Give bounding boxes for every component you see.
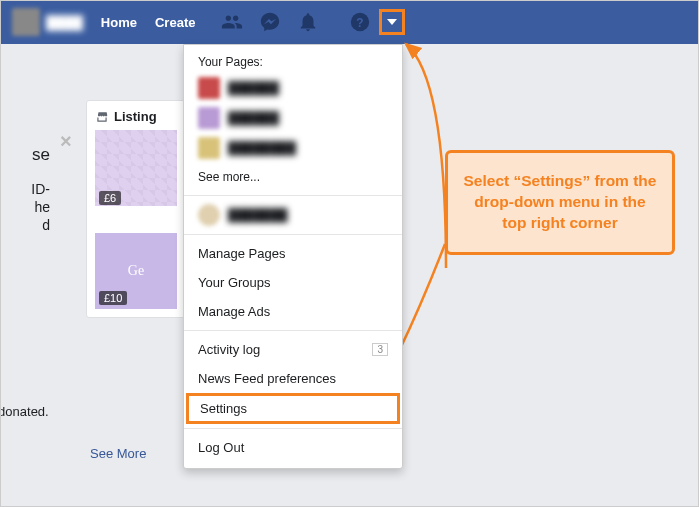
top-nav-bar: ████ Home Create ?: [0, 0, 699, 44]
manage-ads-item[interactable]: Manage Ads: [184, 297, 402, 326]
left-text-1: se: [0, 144, 50, 166]
activity-log-item[interactable]: Activity log 3: [184, 335, 402, 364]
left-text-3: he: [0, 198, 50, 216]
divider: [184, 234, 402, 235]
left-text-4: d: [0, 216, 50, 234]
storefront-icon: [95, 110, 109, 124]
chevron-down-icon: [387, 19, 397, 25]
home-link[interactable]: Home: [101, 15, 137, 30]
page-thumb-icon: [198, 107, 220, 129]
account-menu-caret[interactable]: [379, 9, 405, 35]
thumb2-label: Ge: [128, 263, 144, 279]
page-name-1: ██████: [228, 81, 279, 95]
avatar-icon: [198, 204, 220, 226]
divider: [184, 330, 402, 331]
see-more-link[interactable]: See More: [90, 446, 146, 461]
avatar[interactable]: [12, 8, 40, 36]
divider: [184, 195, 402, 196]
activity-count-badge: 3: [372, 343, 388, 356]
page-thumb-icon: [198, 77, 220, 99]
name-row-label: ███████: [228, 208, 288, 222]
svg-text:?: ?: [357, 16, 364, 30]
name-row[interactable]: ███████: [184, 200, 402, 230]
listing-label: Listing: [114, 109, 157, 124]
username-link[interactable]: ████: [46, 15, 83, 30]
manage-pages-item[interactable]: Manage Pages: [184, 239, 402, 268]
close-icon[interactable]: ×: [60, 130, 72, 153]
settings-item[interactable]: Settings: [186, 393, 400, 424]
create-link[interactable]: Create: [155, 15, 195, 30]
page-row-3[interactable]: ████████: [184, 133, 402, 163]
friends-icon[interactable]: [221, 11, 243, 33]
left-text-2: ID-: [0, 180, 50, 198]
price-badge-1: £6: [99, 191, 121, 205]
page-row-2[interactable]: ██████: [184, 103, 402, 133]
listing-thumb-2[interactable]: Ge £10: [95, 233, 177, 309]
page-name-2: ██████: [228, 111, 279, 125]
messenger-icon[interactable]: [259, 11, 281, 33]
notifications-icon[interactable]: [297, 11, 319, 33]
page-thumb-icon: [198, 137, 220, 159]
log-out-item[interactable]: Log Out: [184, 433, 402, 462]
divider: [184, 428, 402, 429]
cropped-left-text: se ID- he d: [0, 144, 50, 235]
donated-text: s donated.: [0, 404, 49, 419]
page-row-1[interactable]: ██████: [184, 73, 402, 103]
page-name-3: ████████: [228, 141, 296, 155]
instruction-callout: Select “Settings” from the drop-down men…: [445, 150, 675, 255]
account-dropdown: Your Pages: ██████ ██████ ████████ See m…: [183, 44, 403, 469]
listing-header: Listing: [95, 109, 177, 124]
price-badge-2: £10: [99, 291, 127, 305]
your-groups-item[interactable]: Your Groups: [184, 268, 402, 297]
activity-log-label: Activity log: [198, 342, 260, 357]
callout-text: Select “Settings” from the drop-down men…: [464, 172, 657, 231]
listing-card: Listing £6 Ge £10: [86, 100, 186, 318]
help-icon[interactable]: ?: [349, 11, 371, 33]
see-more-pages[interactable]: See more...: [184, 163, 402, 191]
news-feed-prefs-item[interactable]: News Feed preferences: [184, 364, 402, 393]
your-pages-label: Your Pages:: [184, 49, 402, 73]
